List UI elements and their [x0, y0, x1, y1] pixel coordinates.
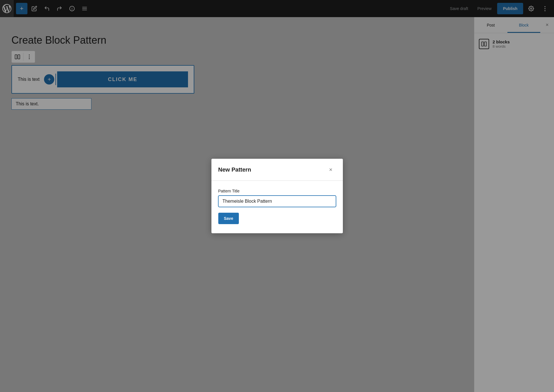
modal-body: Pattern Title Save: [211, 181, 343, 233]
pattern-title-input[interactable]: [218, 196, 336, 207]
modal-save-button[interactable]: Save: [218, 213, 239, 224]
pattern-title-label: Pattern Title: [218, 189, 336, 193]
new-pattern-modal: New Pattern × Pattern Title Save: [211, 159, 343, 233]
modal-overlay[interactable]: New Pattern × Pattern Title Save: [0, 0, 554, 392]
modal-header: New Pattern ×: [211, 159, 343, 181]
modal-title: New Pattern: [218, 166, 251, 173]
modal-close-button[interactable]: ×: [326, 164, 336, 175]
